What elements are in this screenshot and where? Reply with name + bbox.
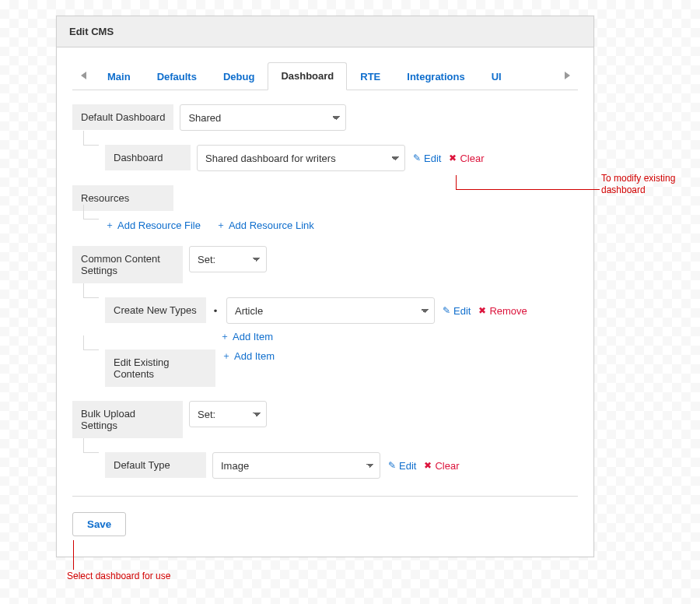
default-type-clear-link[interactable]: ✖Clear <box>424 460 459 472</box>
tab-rte[interactable]: RTE <box>347 63 394 90</box>
plus-icon: ＋ <box>220 330 229 343</box>
label-common-content: Common Content Settings <box>72 246 183 283</box>
label-edit-existing: Edit Existing Contents <box>105 349 215 387</box>
annotation-line <box>456 189 600 190</box>
plus-icon: ＋ <box>222 349 231 363</box>
annotation-select: Select dashboard for use <box>67 571 170 582</box>
select-default-type[interactable]: Image <box>212 452 380 479</box>
tab-bar: Main Defaults Debug Dashboard RTE Integr… <box>72 61 578 90</box>
annotation-line <box>456 175 457 189</box>
create-type-remove-link[interactable]: ✖Remove <box>478 305 527 317</box>
tab-dashboard[interactable]: Dashboard <box>268 62 347 90</box>
tabs-scroll-left[interactable] <box>72 61 94 90</box>
pencil-icon: ✎ <box>443 305 450 316</box>
annotation-line <box>73 540 74 570</box>
pencil-icon: ✎ <box>388 460 396 471</box>
plus-icon: ＋ <box>216 219 226 232</box>
row-default-dashboard: Default Dashboard Shared <box>72 104 578 131</box>
row-bulk-upload: Bulk Upload Settings Set: <box>72 401 578 438</box>
pencil-icon: ✎ <box>413 153 421 163</box>
row-dashboard: Dashboard Shared dashboard for writers ✎… <box>72 145 578 171</box>
label-dashboard: Dashboard <box>105 145 191 170</box>
panel-title: Edit CMS <box>57 16 593 47</box>
label-resources: Resources <box>72 185 173 211</box>
annotation-modify: To modify existing dashboard <box>601 173 687 196</box>
panel-body: Main Defaults Debug Dashboard RTE Integr… <box>57 47 593 557</box>
label-bulk-upload: Bulk Upload Settings <box>72 401 183 438</box>
row-resources-actions: ＋Add Resource File ＋Add Resource Link <box>72 219 578 232</box>
select-common-set[interactable]: Set: <box>189 246 267 272</box>
tab-integrations[interactable]: Integrations <box>394 63 478 90</box>
row-common-content: Common Content Settings Set: <box>72 246 578 283</box>
x-icon: ✖ <box>478 305 486 316</box>
bullet-icon: • <box>212 305 219 317</box>
add-resource-file-link[interactable]: ＋Add Resource File <box>105 219 201 232</box>
edit-cms-panel: Edit CMS Main Defaults Debug Dashboard R… <box>56 16 594 557</box>
row-edit-existing: Edit Existing Contents ＋Add Item <box>72 349 578 387</box>
select-create-type[interactable]: Article <box>226 297 435 324</box>
row-default-type: Default Type Image ✎Edit ✖Clear <box>72 452 578 479</box>
tab-main[interactable]: Main <box>94 63 144 90</box>
tab-ui[interactable]: UI <box>478 63 515 90</box>
select-dashboard[interactable]: Shared dashboard for writers <box>197 145 405 171</box>
plus-icon: ＋ <box>105 219 114 232</box>
row-create-add-item: ＋Add Item <box>72 330 578 343</box>
select-bulk-set[interactable]: Set: <box>189 401 267 427</box>
edit-existing-add-item-link[interactable]: ＋Add Item <box>222 349 275 363</box>
dashboard-edit-link[interactable]: ✎Edit <box>413 153 441 164</box>
divider <box>72 496 578 497</box>
tab-debug[interactable]: Debug <box>210 63 268 90</box>
chevron-right-icon <box>565 72 570 79</box>
label-default-type: Default Type <box>105 452 206 478</box>
dashboard-clear-link[interactable]: ✖Clear <box>449 153 484 164</box>
tab-defaults[interactable]: Defaults <box>144 63 210 90</box>
row-create-new-types: Create New Types • Article ✎Edit ✖Remove <box>72 297 578 324</box>
label-default-dashboard: Default Dashboard <box>72 104 173 130</box>
label-create-new-types: Create New Types <box>105 297 206 323</box>
tabs-scroll-right[interactable] <box>556 61 578 90</box>
select-default-dashboard[interactable]: Shared <box>180 104 346 131</box>
save-button[interactable]: Save <box>72 512 126 536</box>
x-icon: ✖ <box>449 153 457 163</box>
add-resource-link-link[interactable]: ＋Add Resource Link <box>216 219 314 232</box>
create-add-item-link[interactable]: ＋Add Item <box>220 330 273 343</box>
chevron-left-icon <box>81 72 86 79</box>
x-icon: ✖ <box>424 460 432 471</box>
default-type-edit-link[interactable]: ✎Edit <box>388 460 416 472</box>
create-type-edit-link[interactable]: ✎Edit <box>443 305 471 317</box>
